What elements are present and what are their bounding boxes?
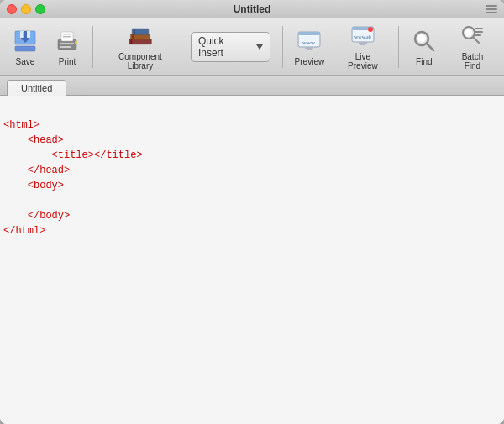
traffic-lights <box>7 4 45 14</box>
component-library-icon <box>127 23 154 50</box>
quick-insert-arrow-icon <box>256 44 263 50</box>
svg-point-37 <box>465 29 473 37</box>
minimize-button[interactable] <box>21 4 31 14</box>
svg-rect-16 <box>130 39 132 44</box>
print-icon <box>54 28 81 55</box>
svg-rect-31 <box>360 44 365 45</box>
find-icon <box>411 28 438 55</box>
toolbar: Save Print <box>0 18 504 76</box>
close-button[interactable] <box>7 4 17 14</box>
batch-find-label: Batch Find <box>453 52 492 71</box>
tab-label: Untitled <box>21 83 52 93</box>
svg-rect-20 <box>298 32 320 35</box>
svg-line-36 <box>473 37 479 43</box>
live-preview-label: Live Preview <box>339 52 386 71</box>
svg-rect-11 <box>63 36 71 38</box>
svg-point-29 <box>368 27 373 32</box>
svg-text:www.ab: www.ab <box>354 34 371 39</box>
svg-rect-38 <box>475 28 483 29</box>
component-library-button[interactable]: Component Library <box>100 19 181 74</box>
separator-3 <box>398 26 399 68</box>
svg-rect-30 <box>359 42 367 44</box>
find-button[interactable]: Find <box>406 24 443 70</box>
code-content: <html> <head> <title></title> </head> <b… <box>3 102 497 238</box>
quick-insert-dropdown[interactable]: Quick Insert <box>191 32 270 62</box>
svg-rect-0 <box>15 46 35 51</box>
save-label: Save <box>16 57 35 66</box>
svg-rect-18 <box>134 29 135 34</box>
svg-rect-40 <box>475 34 481 36</box>
live-preview-button[interactable]: www.ab Live Preview <box>334 19 391 74</box>
tab-untitled[interactable]: Untitled <box>7 80 66 96</box>
svg-rect-7 <box>60 43 74 44</box>
svg-rect-39 <box>475 31 483 33</box>
print-button[interactable]: Print <box>49 24 86 70</box>
svg-text:www: www <box>302 39 316 46</box>
save-button[interactable]: Save <box>7 24 44 70</box>
tab-bar: Untitled <box>0 76 504 96</box>
batch-find-icon <box>459 23 486 50</box>
svg-rect-17 <box>132 34 134 39</box>
svg-rect-5 <box>24 31 27 39</box>
quick-insert-label: Quick Insert <box>198 35 251 59</box>
svg-rect-10 <box>63 34 71 35</box>
preview-button[interactable]: www Preview <box>290 24 329 70</box>
batch-find-button[interactable]: Batch Find <box>448 19 497 74</box>
separator-2 <box>282 26 283 68</box>
app-window: Untitled Save <box>0 0 504 424</box>
svg-point-34 <box>417 34 426 43</box>
save-icon <box>12 28 39 55</box>
resize-icon <box>486 5 497 13</box>
find-label: Find <box>416 57 432 66</box>
print-label: Print <box>59 57 76 66</box>
maximize-button[interactable] <box>35 4 45 14</box>
svg-rect-12 <box>75 41 77 44</box>
title-bar: Untitled <box>0 0 504 18</box>
live-preview-icon: www.ab <box>349 23 376 50</box>
svg-rect-23 <box>305 47 313 49</box>
svg-line-33 <box>427 44 433 50</box>
svg-rect-8 <box>60 46 71 48</box>
preview-label: Preview <box>295 57 325 66</box>
code-editor[interactable]: <html> <head> <title></title> </head> <b… <box>0 96 504 424</box>
component-library-label: Component Library <box>105 52 176 71</box>
svg-rect-24 <box>307 49 312 50</box>
window-title: Untitled <box>234 3 271 15</box>
separator-1 <box>92 26 93 68</box>
preview-icon: www <box>296 28 323 55</box>
